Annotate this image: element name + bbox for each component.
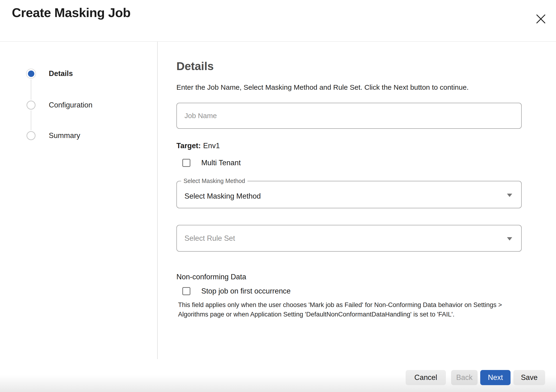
header-divider (0, 41, 556, 42)
masking-method-floating-label: Select Masking Method (181, 177, 247, 184)
stepper-connector (31, 111, 31, 130)
chevron-down-icon (507, 194, 512, 197)
step-label: Summary (49, 131, 80, 140)
step-pending-dot-icon (27, 101, 36, 110)
page-title: Create Masking Job (12, 5, 131, 20)
multi-tenant-label: Multi Tenant (201, 159, 241, 167)
cancel-button[interactable]: Cancel (406, 370, 446, 385)
close-icon (535, 14, 546, 24)
back-button[interactable]: Back (451, 370, 478, 385)
stepper-item-details[interactable]: Details (26, 69, 73, 79)
job-name-input[interactable] (177, 103, 522, 129)
save-button[interactable]: Save (513, 370, 545, 385)
non-conforming-heading: Non-conforming Data (177, 273, 246, 281)
chevron-down-icon (507, 237, 512, 240)
target-value: Env1 (203, 142, 220, 150)
stop-job-checkbox[interactable] (182, 287, 190, 295)
stepper-item-summary[interactable]: Summary (26, 131, 80, 141)
stepper-item-configuration[interactable]: Configuration (26, 100, 92, 110)
masking-method-select[interactable]: Select Masking Method Select Masking Met… (177, 177, 522, 208)
stepper-connector (31, 79, 31, 100)
multi-tenant-row: Multi Tenant (182, 159, 241, 167)
step-label: Configuration (49, 101, 92, 109)
target-label: Target: (177, 142, 201, 150)
rule-set-select[interactable]: Select Rule Set (177, 225, 522, 252)
stop-job-label: Stop job on first occurrence (201, 287, 291, 295)
create-masking-job-dialog: Create Masking Job Details Configuration… (0, 0, 556, 392)
step-label: Details (49, 69, 73, 78)
target-row: Target:Env1 (177, 142, 220, 150)
rule-set-placeholder: Select Rule Set (185, 234, 235, 243)
panel-divider (157, 42, 158, 359)
stop-job-row: Stop job on first occurrence (182, 287, 291, 295)
instruction-text: Enter the Job Name, Select Masking Metho… (177, 83, 469, 91)
close-button[interactable] (532, 10, 549, 27)
masking-method-value: Select Masking Method (185, 192, 261, 200)
section-heading: Details (177, 60, 214, 73)
non-conforming-helper-text: This field applies only when the user ch… (178, 300, 527, 319)
multi-tenant-checkbox[interactable] (182, 159, 190, 167)
next-button[interactable]: Next (480, 370, 510, 385)
step-pending-dot-icon (27, 131, 36, 140)
step-active-dot-icon (26, 69, 36, 79)
